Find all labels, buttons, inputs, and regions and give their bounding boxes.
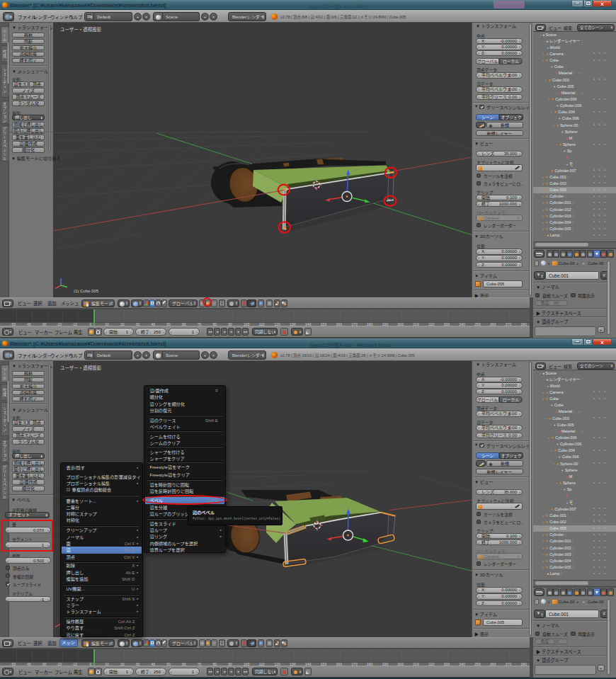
svg-text:ユーザー・透視投影: ユーザー・透視投影 <box>60 26 102 33</box>
svg-text:ユーザー・透視投影: ユーザー・透視投影 <box>60 365 102 371</box>
svg-text:(1) Cube.005: (1) Cube.005 <box>74 289 99 293</box>
